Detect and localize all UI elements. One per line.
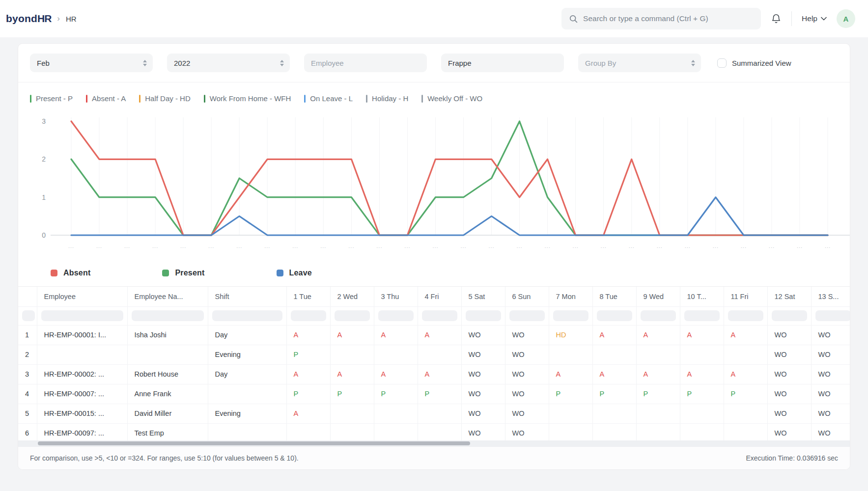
column-filter-input[interactable] [815,310,850,321]
grid-header-cell[interactable]: Employee [37,287,127,306]
attendance-day-cell[interactable] [592,423,636,440]
column-filter-input[interactable] [772,310,807,321]
attendance-day-cell[interactable]: P [592,384,636,404]
attendance-day-cell[interactable]: WO [461,325,505,345]
column-filter-input[interactable] [22,310,35,321]
employee-name-cell[interactable]: Test Emp [127,423,208,440]
attendance-day-cell[interactable] [636,345,680,364]
summarized-view-label[interactable]: Summarized View [732,59,791,67]
attendance-day-cell[interactable]: P [680,384,724,404]
company-filter-input[interactable] [441,54,564,72]
attendance-day-cell[interactable]: WO [811,345,850,364]
employee-name-cell[interactable]: Anne Frank [127,384,208,404]
attendance-day-cell[interactable]: A [680,325,724,345]
attendance-day-cell[interactable]: WO [811,384,850,404]
grid-header-cell[interactable]: 1 Tue [286,287,330,306]
attendance-day-cell[interactable]: WO [505,325,549,345]
attendance-day-cell[interactable] [418,404,461,423]
grid-header-cell[interactable]: 3 Thu [374,287,418,306]
attendance-day-cell[interactable]: WO [767,404,811,423]
grid-header-cell[interactable]: Employee Na... [127,287,208,306]
summarized-view-checkbox[interactable] [717,58,727,68]
attendance-day-cell[interactable] [418,423,461,440]
attendance-day-cell[interactable]: WO [505,364,549,384]
attendance-day-cell[interactable] [374,404,418,423]
grid-header-cell[interactable]: 4 Fri [418,287,461,306]
attendance-day-cell[interactable]: A [286,404,330,423]
column-filter-input[interactable] [553,310,588,321]
attendance-day-cell[interactable]: A [286,325,330,345]
attendance-day-cell[interactable] [549,404,592,423]
attendance-day-cell[interactable] [418,345,461,364]
attendance-day-cell[interactable] [286,423,330,440]
employee-filter-input[interactable] [304,54,427,72]
attendance-day-cell[interactable]: A [330,364,374,384]
attendance-day-cell[interactable]: WO [461,423,505,440]
grid-header-cell[interactable]: 5 Sat [461,287,505,306]
employee-id-cell[interactable]: HR-EMP-00001: I... [37,325,127,345]
column-filter-input[interactable] [212,310,282,321]
user-avatar[interactable]: A [837,9,855,28]
attendance-day-cell[interactable]: P [374,384,418,404]
attendance-day-cell[interactable]: WO [505,423,549,440]
attendance-day-cell[interactable] [636,423,680,440]
attendance-day-cell[interactable]: WO [505,404,549,423]
shift-cell[interactable]: Evening [208,345,286,364]
attendance-day-cell[interactable]: A [418,325,461,345]
employee-name-cell[interactable]: David Miller [127,404,208,423]
global-search-input[interactable]: Search or type a command (Ctrl + G) [561,8,761,29]
attendance-day-cell[interactable]: WO [505,345,549,364]
attendance-day-cell[interactable] [724,404,767,423]
grid-header-cell[interactable]: 13 S... [811,287,850,306]
employee-name-cell[interactable] [127,345,208,364]
attendance-day-cell[interactable]: WO [811,423,850,440]
column-filter-input[interactable] [509,310,545,321]
row-number-cell[interactable]: 3 [18,364,37,384]
attendance-day-cell[interactable]: WO [461,345,505,364]
employee-id-cell[interactable]: HR-EMP-00007: ... [37,384,127,404]
attendance-day-cell[interactable]: A [286,364,330,384]
attendance-day-cell[interactable]: A [724,364,767,384]
attendance-day-cell[interactable] [680,423,724,440]
attendance-day-cell[interactable]: WO [461,384,505,404]
employee-id-cell[interactable]: HR-EMP-00002: ... [37,364,127,384]
attendance-day-cell[interactable]: WO [811,325,850,345]
column-filter-input[interactable] [684,310,720,321]
attendance-day-cell[interactable]: A [330,325,374,345]
breadcrumb-item-hr[interactable]: HR [66,15,77,23]
attendance-day-cell[interactable] [374,345,418,364]
attendance-day-cell[interactable] [592,345,636,364]
attendance-day-cell[interactable]: P [286,345,330,364]
attendance-day-cell[interactable] [549,345,592,364]
attendance-day-cell[interactable]: WO [767,345,811,364]
row-number-cell[interactable]: 6 [18,423,37,440]
shift-cell[interactable] [208,423,286,440]
attendance-day-cell[interactable] [680,404,724,423]
attendance-day-cell[interactable] [549,423,592,440]
column-filter-input[interactable] [378,310,414,321]
row-number-cell[interactable]: 2 [18,345,37,364]
grid-header-cell[interactable]: 9 Wed [636,287,680,306]
employee-name-cell[interactable]: Robert House [127,364,208,384]
column-filter-input[interactable] [641,310,676,321]
attendance-day-cell[interactable]: WO [461,364,505,384]
attendance-day-cell[interactable]: A [636,325,680,345]
column-filter-input[interactable] [335,310,370,321]
attendance-day-cell[interactable]: WO [505,384,549,404]
attendance-day-cell[interactable]: A [636,364,680,384]
attendance-day-cell[interactable] [724,345,767,364]
attendance-day-cell[interactable]: HD [549,325,592,345]
attendance-day-cell[interactable] [330,423,374,440]
column-filter-input[interactable] [132,310,204,321]
attendance-day-cell[interactable]: P [724,384,767,404]
grid-header-cell[interactable]: 6 Sun [505,287,549,306]
attendance-day-cell[interactable] [636,404,680,423]
attendance-day-cell[interactable]: A [374,325,418,345]
employee-id-cell[interactable]: HR-EMP-00015: ... [37,404,127,423]
attendance-day-cell[interactable]: WO [811,364,850,384]
shift-cell[interactable]: Day [208,325,286,345]
attendance-day-cell[interactable]: A [680,364,724,384]
attendance-day-cell[interactable]: A [374,364,418,384]
column-filter-input[interactable] [41,310,123,321]
column-filter-input[interactable] [291,310,326,321]
